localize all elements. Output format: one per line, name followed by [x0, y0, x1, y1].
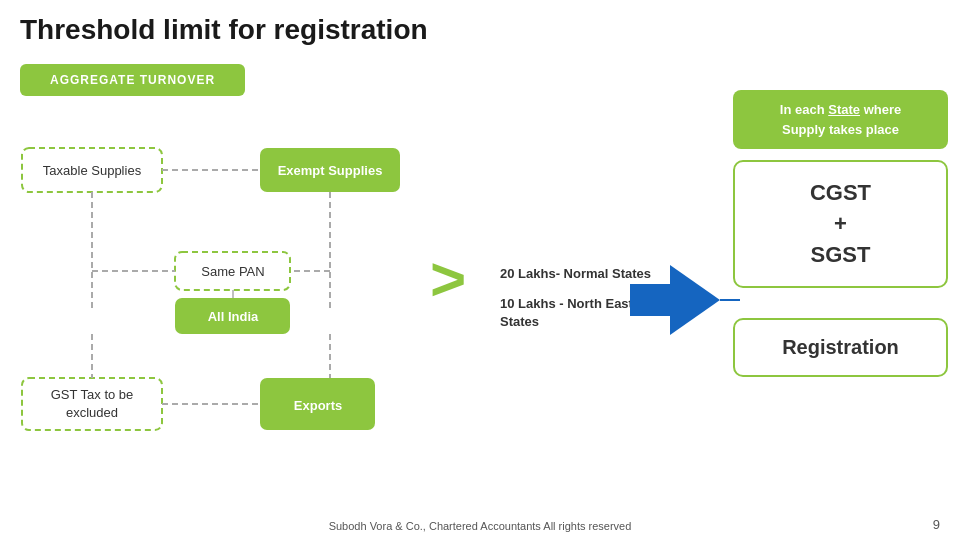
svg-text:All India: All India: [208, 309, 259, 324]
svg-rect-9: [175, 298, 290, 334]
sgst-label: SGST: [811, 242, 871, 267]
svg-text:GST Tax to be: GST Tax to be: [51, 387, 134, 402]
aggregate-turnover-box: AGGREGATE TURNOVER: [20, 64, 245, 96]
svg-rect-7: [175, 252, 290, 290]
svg-text:Exempt Supplies: Exempt Supplies: [278, 163, 383, 178]
svg-rect-14: [22, 378, 162, 430]
page-title: Threshold limit for registration: [20, 14, 428, 46]
footer-text: Subodh Vora & Co., Chartered Accountants…: [0, 520, 960, 532]
cgst-label: CGST: [810, 180, 871, 205]
svg-rect-17: [260, 378, 375, 430]
cgst-sgst-box: CGST + SGST: [733, 160, 948, 288]
in-each-state-box: In each State whereSupply takes place: [733, 90, 948, 149]
svg-text:>: >: [430, 244, 466, 313]
svg-text:excluded: excluded: [66, 405, 118, 420]
svg-text:Exports: Exports: [294, 398, 342, 413]
svg-text:States: States: [500, 314, 539, 329]
in-each-state-text: In each State whereSupply takes place: [780, 102, 901, 137]
svg-rect-27: [630, 284, 672, 316]
svg-rect-0: [22, 148, 162, 192]
svg-text:Taxable Supplies: Taxable Supplies: [43, 163, 142, 178]
svg-text:20 Lakhs- Normal States: 20 Lakhs- Normal States: [500, 266, 651, 281]
plus-label: +: [834, 211, 847, 236]
svg-text:Same PAN: Same PAN: [201, 264, 264, 279]
svg-text:10 Lakhs - North Eastern: 10 Lakhs - North Eastern: [500, 296, 653, 311]
registration-box: Registration: [733, 318, 948, 377]
svg-rect-2: [260, 148, 400, 192]
svg-marker-26: [670, 265, 720, 335]
page-number: 9: [933, 517, 940, 532]
